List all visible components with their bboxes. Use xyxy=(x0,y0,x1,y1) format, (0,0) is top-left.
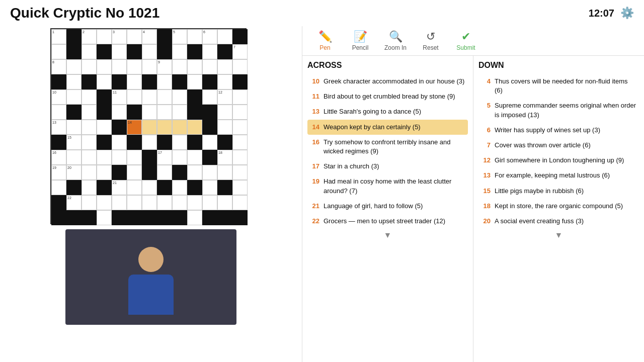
pen-tool[interactable]: ✏️ Pen xyxy=(312,30,338,51)
cell-r1c12[interactable] xyxy=(217,29,232,44)
cell-r1c11[interactable]: 6 xyxy=(202,29,217,44)
cell-r3c10[interactable] xyxy=(187,59,202,74)
cell-r5c3[interactable] xyxy=(82,89,97,105)
cell-r10c8[interactable] xyxy=(157,165,172,180)
cell-r10c3[interactable] xyxy=(82,165,97,180)
cell-r1c5[interactable]: 3 xyxy=(112,29,127,44)
cell-r12c4[interactable] xyxy=(97,195,112,210)
cell-r6c12[interactable] xyxy=(217,105,232,120)
cell-r10c13[interactable] xyxy=(232,165,248,180)
cell-r5c7[interactable] xyxy=(142,89,157,105)
cell-r4c2[interactable] xyxy=(66,74,82,89)
cell-r1c6[interactable] xyxy=(127,29,142,44)
across-clue-13[interactable]: 13 Little Sarah's going to a dance (5) xyxy=(307,104,468,119)
cell-r5c8[interactable] xyxy=(157,89,172,105)
across-clue-14[interactable]: 14 Weapon kept by clan certainly (5) xyxy=(307,120,468,135)
cell-r8c3[interactable] xyxy=(82,135,97,150)
cell-r6c7[interactable] xyxy=(142,105,157,120)
cell-r9c5[interactable] xyxy=(112,150,127,165)
cell-r10c2[interactable]: 20 xyxy=(66,165,82,180)
cell-r5c9[interactable] xyxy=(172,89,187,105)
cell-r7c9-highlighted[interactable] xyxy=(172,120,187,135)
cell-r4c6[interactable] xyxy=(127,74,142,89)
across-clue-16[interactable]: 16 Try somehow to confront terribly insa… xyxy=(307,135,468,159)
down-clue-13[interactable]: 13 For example, keeping metal lustrous (… xyxy=(478,168,639,183)
down-clue-15[interactable]: 15 Little pigs maybe in rubbish (6) xyxy=(478,184,639,199)
cell-r4c8[interactable] xyxy=(157,74,172,89)
cell-r4c4[interactable] xyxy=(97,74,112,89)
cell-r10c11[interactable] xyxy=(202,165,217,180)
cell-r7c1[interactable]: 13 xyxy=(51,120,66,135)
cell-r9c9[interactable] xyxy=(172,150,187,165)
cell-r9c13[interactable] xyxy=(232,150,248,165)
cell-r7c8-highlighted[interactable] xyxy=(157,120,172,135)
cell-r9c4[interactable] xyxy=(97,150,112,165)
cell-r7c10-highlighted[interactable] xyxy=(187,120,202,135)
cell-r12c9[interactable] xyxy=(172,195,187,210)
cell-r5c5[interactable]: 11 xyxy=(112,89,127,105)
pencil-tool[interactable]: 📝 Pencil xyxy=(348,30,373,51)
cell-r7c3[interactable] xyxy=(82,120,97,135)
cell-r3c12[interactable] xyxy=(217,59,232,74)
cell-r9c1[interactable]: 16 xyxy=(51,150,66,165)
cell-r1c9[interactable]: 5 xyxy=(172,29,187,44)
cell-r1c10[interactable] xyxy=(187,29,202,44)
cell-r2c1[interactable] xyxy=(51,44,66,59)
cell-r8c2[interactable]: 15 xyxy=(66,135,82,150)
down-clue-12[interactable]: 12 Girl somewhere in London toughening u… xyxy=(478,153,639,168)
cell-r3c6[interactable] xyxy=(127,59,142,74)
cell-r6c5[interactable] xyxy=(112,105,127,120)
down-clue-20[interactable]: 20 A social event creating fuss (3) xyxy=(478,214,639,229)
cell-r5c6[interactable] xyxy=(127,89,142,105)
reset-tool[interactable]: ↺ Reset xyxy=(418,30,443,51)
cell-r2c7[interactable] xyxy=(142,44,157,59)
cell-r10c1[interactable]: 19 xyxy=(51,165,66,180)
cell-r10c10[interactable] xyxy=(187,165,202,180)
cell-r12c12[interactable] xyxy=(217,195,232,210)
cell-r7c2[interactable] xyxy=(66,120,82,135)
cell-r10c12[interactable] xyxy=(217,165,232,180)
down-clue-5[interactable]: 5 Supreme commander seems original when … xyxy=(478,98,639,122)
cell-r3c13[interactable] xyxy=(232,59,248,74)
down-clue-7[interactable]: 7 Cover was thrown over article (6) xyxy=(478,138,639,153)
across-clue-11[interactable]: 11 Bird about to get crumbled bread by s… xyxy=(307,89,468,104)
cell-r8c7[interactable] xyxy=(142,135,157,150)
cell-r5c13[interactable] xyxy=(232,89,248,105)
cell-r3c3[interactable] xyxy=(82,59,97,74)
cell-r3c5[interactable] xyxy=(112,59,127,74)
cell-r9c10[interactable] xyxy=(187,150,202,165)
down-clue-6[interactable]: 6 Writer has supply of wines set up (3) xyxy=(478,123,639,138)
across-clue-10[interactable]: 10 Greek character accommodated in our h… xyxy=(307,74,468,89)
cell-r11c3[interactable] xyxy=(82,180,97,195)
cell-r5c2[interactable] xyxy=(66,89,82,105)
cell-r6c1[interactable] xyxy=(51,105,66,120)
cell-r12c7[interactable] xyxy=(142,195,157,210)
cell-r8c5[interactable] xyxy=(112,135,127,150)
settings-icon[interactable]: ⚙️ xyxy=(620,7,634,20)
cell-r8c13[interactable] xyxy=(232,135,248,150)
cell-r2c3[interactable] xyxy=(82,44,97,59)
cell-r3c2[interactable] xyxy=(66,59,82,74)
cell-r7c6-selected[interactable]: 14 xyxy=(127,120,142,135)
cell-r3c4[interactable] xyxy=(97,59,112,74)
cell-r12c6[interactable] xyxy=(127,195,142,210)
cell-r11c1[interactable] xyxy=(51,180,66,195)
cell-r11c13[interactable] xyxy=(232,180,248,195)
cell-r7c7-highlighted[interactable] xyxy=(142,120,157,135)
cell-r2c5[interactable] xyxy=(112,44,127,59)
cell-r12c3[interactable] xyxy=(82,195,97,210)
cell-r11c6[interactable] xyxy=(127,180,142,195)
cell-r10c4[interactable] xyxy=(97,165,112,180)
across-scroll-down[interactable]: ▼ xyxy=(307,229,468,242)
cell-r2c9[interactable] xyxy=(172,44,187,59)
across-clue-21[interactable]: 21 Language of girl, hard to follow (5) xyxy=(307,199,468,214)
cell-r1c1[interactable]: 1 xyxy=(51,29,66,44)
cell-r3c8[interactable]: 9 xyxy=(157,59,172,74)
cell-r8c9[interactable] xyxy=(172,135,187,150)
cell-r12c2[interactable]: 22 xyxy=(66,195,82,210)
cell-r1c4[interactable] xyxy=(97,29,112,44)
cell-r9c12[interactable]: 18 xyxy=(217,150,232,165)
cell-r3c7[interactable] xyxy=(142,59,157,74)
cell-r5c11[interactable] xyxy=(202,89,217,105)
cell-r7c12[interactable] xyxy=(217,120,232,135)
